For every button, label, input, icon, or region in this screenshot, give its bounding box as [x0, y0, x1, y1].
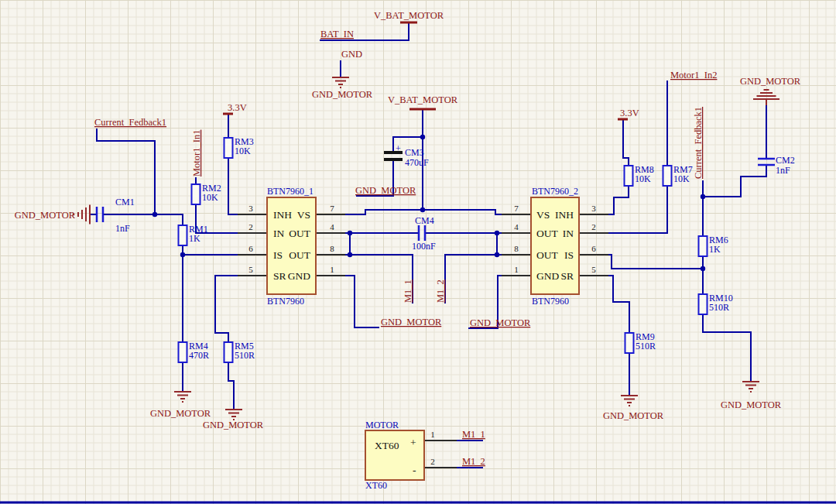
- pin-number: 1: [330, 265, 334, 274]
- pin-name: IN: [273, 228, 284, 239]
- resistor-body: [625, 333, 634, 353]
- resistor-value: 470R: [189, 350, 209, 361]
- net-label-current-fedback1-left[interactable]: Current_Fedback1: [94, 117, 166, 128]
- pin-name: GND: [536, 270, 559, 282]
- pin-polarity: -: [413, 465, 416, 476]
- capacitor-ref: CM3: [405, 147, 424, 158]
- connector-part: XT60: [365, 480, 387, 491]
- ground-label: GND_MOTOR: [603, 410, 664, 421]
- ground-label: GND_MOTOR: [203, 420, 264, 430]
- net-label: BAT_IN: [320, 29, 354, 39]
- pin-name: VS: [536, 209, 550, 221]
- junction-dot: [495, 231, 499, 235]
- ground-label: GND_MOTOR: [721, 399, 782, 410]
- net-label-bat-in[interactable]: BAT_IN: [320, 29, 354, 39]
- net-label-motor1-in2[interactable]: Motor1_In2: [670, 70, 717, 81]
- resistor-value: 510R: [636, 341, 656, 351]
- pin-number: 7: [330, 204, 334, 213]
- junction-dot: [701, 194, 705, 199]
- ground-icon: [73, 214, 75, 216]
- net-label-m1-2-xt[interactable]: M1_2: [462, 456, 485, 467]
- net-label-m1-1-mid[interactable]: M1_1: [403, 279, 413, 303]
- pin-name: SR: [273, 270, 286, 282]
- resistor-body: [179, 225, 187, 245]
- junction-dot: [495, 252, 499, 257]
- pin-name: OUT: [289, 249, 310, 261]
- junction-dot: [420, 207, 425, 212]
- net-label-gnd-motor-ic1[interactable]: GND_MOTOR: [381, 317, 442, 327]
- pin-polarity: +: [410, 437, 416, 448]
- pin-number: 7: [514, 204, 519, 213]
- resistor-value: 10K: [235, 146, 251, 156]
- pin-name: OUT: [289, 228, 310, 239]
- pin-number: 5: [591, 265, 596, 274]
- power-port-label: 3.3V: [228, 102, 247, 113]
- component-rm2[interactable]: RM2 10K: [192, 183, 221, 204]
- resistor-body: [699, 236, 708, 256]
- resistor-value: 1K: [709, 244, 721, 255]
- component-rm9[interactable]: RM9 510R: [625, 331, 656, 353]
- resistor-value: 510R: [709, 302, 729, 313]
- component-rm4[interactable]: RM4 470R: [179, 341, 210, 362]
- resistor-value: 10K: [635, 173, 651, 184]
- pin-number: 4: [330, 222, 334, 231]
- component-rm8[interactable]: RM8 10K: [625, 164, 654, 186]
- power-port-gnd-top[interactable]: GND: [341, 49, 362, 60]
- resistor-body: [699, 294, 708, 314]
- ic-part: BTN7960: [267, 296, 304, 307]
- resistor-body: [224, 138, 233, 158]
- pin-number: 3: [248, 204, 253, 213]
- resistor-body: [663, 166, 672, 186]
- component-rm10[interactable]: RM10 510R: [699, 293, 733, 314]
- power-port-label: GND: [341, 49, 362, 60]
- capacitor-value: 1nF: [115, 223, 130, 234]
- ic-designator: BTN7960_1: [267, 186, 314, 197]
- power-port-33v-right[interactable]: 3.3V: [618, 108, 639, 119]
- net-label-gnd-motor-cm3[interactable]: GND_MOTOR: [355, 185, 416, 196]
- pin-name: GND: [288, 270, 310, 282]
- capacitor-ref: CM1: [115, 197, 135, 207]
- resistor-body: [192, 184, 200, 204]
- power-port-vbat-top[interactable]: V_BAT_MOTOR: [374, 10, 444, 22]
- pin-name: VS: [297, 209, 310, 221]
- net-label-m1-1-xt[interactable]: M1_1: [462, 429, 485, 440]
- junction-dot: [152, 212, 157, 217]
- resistor-value: 510R: [235, 350, 255, 361]
- resistor-value: 10K: [673, 173, 690, 184]
- pin-number: 3: [591, 204, 596, 213]
- pin-name: OUT: [536, 249, 558, 261]
- capacitor-ref: CM4: [415, 215, 434, 226]
- capacitor-value: 100nF: [412, 241, 436, 252]
- resistor-value: 10K: [202, 192, 218, 203]
- net-label-motor1-in1[interactable]: Motor1_In1: [191, 130, 202, 177]
- junction-dot: [420, 135, 425, 139]
- net-label-gnd-motor-ic2[interactable]: GND_MOTOR: [470, 317, 531, 328]
- ground-label: GND_MOTOR: [740, 76, 801, 87]
- resistor-body: [179, 342, 187, 362]
- pin-number: 6: [591, 244, 596, 253]
- component-rm7[interactable]: RM7 10K: [663, 164, 693, 186]
- pin-number: 2: [248, 222, 253, 231]
- pin-number: 6: [248, 244, 253, 253]
- junction-dot: [701, 266, 705, 271]
- ground-label: GND_MOTOR: [15, 210, 76, 221]
- capacitor-polarity: +: [396, 143, 401, 154]
- pin-number: 5: [248, 265, 253, 274]
- junction-dot: [180, 252, 185, 257]
- ground-label: GND_MOTOR: [312, 89, 373, 100]
- schematic-svg: V_BAT_MOTOR BAT_IN GND GND_MOTOR V_BAT_M…: [0, 0, 836, 504]
- schematic-canvas: V_BAT_MOTOR BAT_IN GND GND_MOTOR V_BAT_M…: [0, 0, 836, 504]
- capacitor-value: 1nF: [776, 165, 790, 176]
- component-rm5[interactable]: RM5 510R: [224, 341, 255, 362]
- component-rm3[interactable]: RM3 10K: [224, 136, 254, 158]
- pin-number: 2: [591, 222, 596, 231]
- power-port-label: V_BAT_MOTOR: [388, 94, 458, 105]
- connector-display-name: XT60: [375, 440, 399, 451]
- power-port-label: 3.3V: [620, 108, 639, 118]
- net-label-current-fedback1-right[interactable]: Current_Fedback1: [693, 107, 704, 179]
- capacitor-ref: CM2: [776, 155, 795, 166]
- power-port-label: V_BAT_MOTOR: [374, 10, 444, 21]
- net-label-m1-2-mid[interactable]: M1_2: [435, 279, 446, 303]
- pin-name: IN: [563, 228, 574, 239]
- resistor-body: [224, 342, 233, 362]
